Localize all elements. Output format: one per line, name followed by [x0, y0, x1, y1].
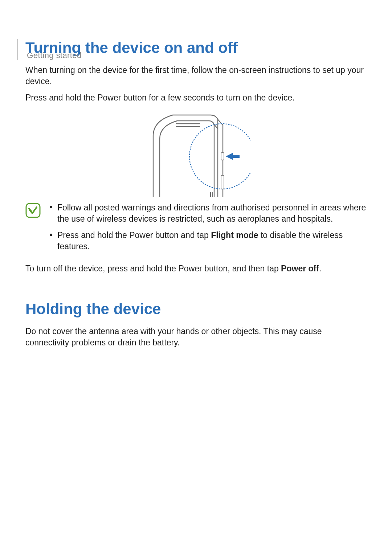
svg-rect-9	[26, 204, 40, 217]
bullet-dot-icon	[50, 206, 52, 208]
page: Getting started Turning the device on an…	[0, 39, 392, 554]
bullet-dot-icon	[50, 234, 52, 236]
paragraph-first-time: When turning on the device for the first…	[25, 65, 367, 87]
svg-point-6	[189, 124, 250, 189]
note-block: Follow all posted warnings and direction…	[25, 202, 367, 257]
note-icon	[25, 203, 41, 219]
heading-holding-device: Holding the device	[25, 300, 367, 318]
note-bullet-1-text: Follow all posted warnings and direction…	[57, 202, 367, 225]
header-rule	[17, 39, 18, 60]
running-header: Getting started	[27, 51, 82, 60]
svg-rect-8	[233, 155, 240, 158]
device-power-illustration	[142, 110, 250, 197]
note-bullet-2: Press and hold the Power button and tap …	[50, 230, 367, 252]
note-bullet-2-text: Press and hold the Power button and tap …	[57, 230, 367, 252]
paragraph-antenna: Do not cover the antenna area with your …	[25, 326, 367, 348]
svg-rect-3	[221, 175, 224, 189]
illustration-power-button	[25, 110, 367, 197]
svg-marker-7	[226, 153, 233, 160]
paragraph-press-hold: Press and hold the Power button for a fe…	[25, 92, 367, 103]
paragraph-power-off: To turn off the device, press and hold t…	[25, 263, 367, 274]
note-bullet-1: Follow all posted warnings and direction…	[50, 202, 367, 225]
svg-rect-2	[221, 153, 224, 160]
arrow-icon	[226, 153, 240, 160]
